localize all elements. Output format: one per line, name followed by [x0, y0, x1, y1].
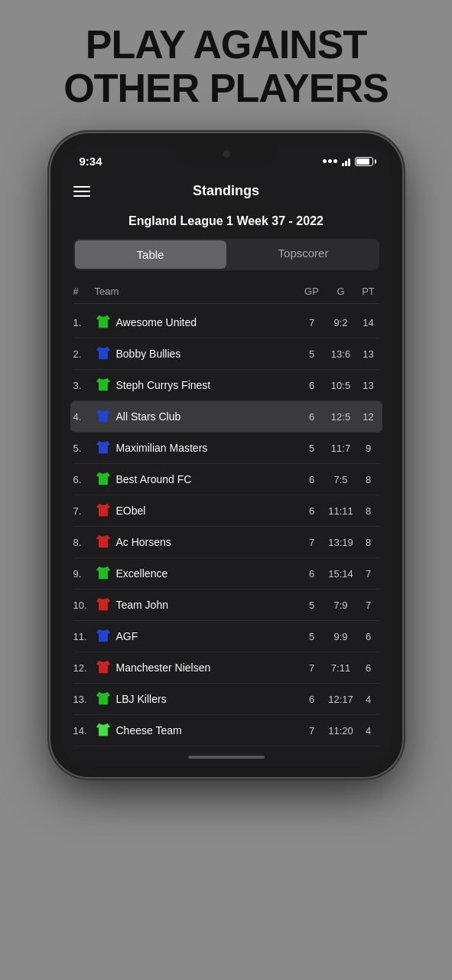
team-rank: 13. — [73, 694, 95, 705]
team-list: 1. Awesome United 7 9:2 14 2. Bobby Bull… — [73, 307, 379, 746]
stat-g: 15:14 — [324, 568, 358, 580]
shirt-icon — [95, 628, 112, 645]
stat-g: 13:6 — [324, 348, 358, 360]
stat-gp: 6 — [300, 568, 324, 580]
team-rank: 4. — [73, 411, 95, 423]
table-row: 3. Steph Currys Finest 6 10:5 13 — [73, 370, 379, 401]
shirt-icon — [95, 471, 112, 488]
stat-pt: 6 — [358, 662, 379, 674]
team-name: Team John — [116, 599, 300, 611]
camera-dot — [223, 150, 230, 158]
stat-gp: 6 — [300, 505, 324, 517]
stat-pt: 13 — [358, 380, 379, 391]
stat-gp: 7 — [300, 662, 324, 674]
screen-title: Standings — [193, 183, 259, 199]
team-rank: 14. — [73, 725, 95, 737]
stat-g: 11:20 — [324, 725, 358, 737]
stat-g: 12:17 — [324, 694, 358, 705]
team-rank: 3. — [73, 380, 95, 391]
stat-pt: 7 — [358, 568, 379, 580]
table-row: 8. Ac Horsens 7 13:19 8 — [73, 527, 379, 558]
table-row: 12. Manchester Nielsen 7 7:11 6 — [73, 652, 379, 684]
stat-pt: 8 — [358, 474, 379, 485]
home-bar — [188, 756, 265, 759]
shirt-icon — [95, 502, 112, 519]
app-content: Standings England League 1 Week 37 - 202… — [61, 174, 392, 746]
header-team: Team — [95, 286, 300, 297]
top-bar: Standings — [73, 174, 379, 205]
stat-pt: 4 — [358, 725, 379, 737]
stat-g: 10:5 — [324, 380, 358, 391]
stat-pt: 8 — [358, 505, 379, 517]
stat-g: 9:2 — [324, 317, 358, 328]
battery-fill — [356, 158, 369, 165]
status-time: 9:34 — [80, 155, 102, 168]
tab-topscorer[interactable]: Topscorer — [228, 239, 379, 270]
shirt-icon — [95, 408, 112, 425]
table-row: 11. AGF 5 9:9 6 — [73, 621, 379, 652]
stat-g: 7:9 — [324, 599, 358, 611]
wifi-icon — [342, 157, 350, 166]
stat-pt: 4 — [358, 694, 379, 705]
shirt-icon — [95, 345, 112, 362]
table-row: 2. Bobby Bullies 5 13:6 13 — [73, 338, 379, 370]
stat-gp: 7 — [300, 537, 324, 548]
page-headline: PLAY AGAINST OTHER PLAYERS — [48, 23, 403, 110]
status-icons — [323, 157, 373, 166]
team-name: AGF — [116, 630, 300, 642]
header-g: G — [324, 286, 358, 297]
shirt-icon — [95, 534, 112, 550]
phone-screen: 9:34 — [61, 144, 392, 766]
team-rank: 8. — [73, 537, 95, 548]
team-rank: 9. — [73, 568, 95, 580]
stat-gp: 5 — [300, 631, 324, 642]
shirt-icon — [95, 659, 112, 676]
stat-pt: 13 — [358, 348, 379, 360]
header-gp: GP — [300, 286, 324, 297]
battery-icon — [355, 157, 373, 166]
table-row: 13. LBJ Killers 6 12:17 4 — [73, 684, 379, 715]
shirt-icon — [95, 314, 112, 331]
stat-g: 11:11 — [324, 505, 358, 517]
team-rank: 2. — [73, 348, 95, 360]
team-name: All Stars Club — [116, 410, 300, 423]
table-row: 10. Team John 5 7:9 7 — [73, 590, 379, 621]
stat-g: 13:19 — [324, 537, 358, 548]
table-row: 14. Cheese Team 7 11:20 4 — [73, 715, 379, 746]
team-name: Bobby Bullies — [116, 348, 300, 360]
stat-pt: 7 — [358, 599, 379, 611]
team-rank: 1. — [73, 317, 95, 328]
stat-g: 9:9 — [324, 631, 358, 642]
stat-pt: 14 — [358, 317, 379, 328]
table-row: 7. EObel 6 11:11 8 — [73, 495, 379, 527]
team-name: Manchester Nielsen — [116, 662, 300, 674]
header-pt: PT — [358, 286, 379, 297]
team-rank: 5. — [73, 443, 95, 454]
home-indicator — [61, 746, 392, 766]
tab-bar: Table Topscorer — [73, 239, 379, 270]
shirt-icon — [95, 691, 112, 707]
stat-gp: 6 — [300, 411, 324, 423]
table-row: 6. Best Around FC 6 7:5 8 — [73, 464, 379, 495]
shirt-icon — [95, 439, 112, 456]
stat-gp: 7 — [300, 725, 324, 737]
shirt-icon — [95, 722, 112, 739]
team-rank: 11. — [73, 631, 95, 642]
stat-gp: 5 — [300, 443, 324, 454]
stat-gp: 6 — [300, 474, 324, 485]
signal-dots-icon — [323, 159, 337, 163]
stat-gp: 6 — [300, 380, 324, 391]
stat-g: 7:5 — [324, 474, 358, 485]
team-name: LBJ Killers — [116, 693, 300, 705]
notch — [177, 144, 276, 165]
team-name: Awesome United — [116, 316, 300, 328]
team-name: Excellence — [116, 567, 300, 580]
hamburger-menu-button[interactable] — [73, 186, 90, 197]
table-row: 9. Excellence 6 15:14 7 — [73, 558, 379, 590]
header-rank: # — [73, 286, 95, 297]
stat-pt: 6 — [358, 631, 379, 642]
tab-table[interactable]: Table — [75, 240, 226, 269]
stat-pt: 9 — [358, 443, 379, 454]
league-title: England League 1 Week 37 - 2022 — [73, 205, 379, 239]
table-row: 1. Awesome United 7 9:2 14 — [73, 307, 379, 338]
